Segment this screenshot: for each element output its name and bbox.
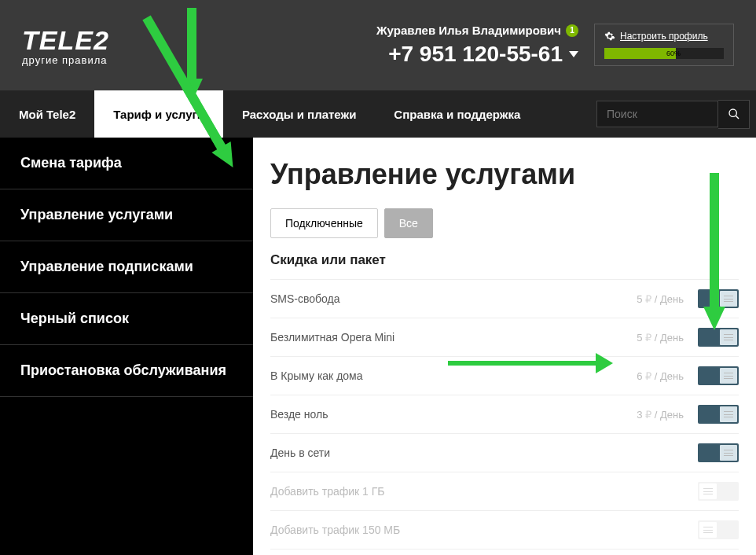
nav: Мой Tele2 Тариф и услуги Расходы и плате… — [0, 90, 756, 138]
profile-box: Настроить профиль 60% — [594, 24, 734, 66]
service-price: 3 ₽ / День — [621, 409, 684, 421]
profile-link-text: Настроить профиль — [620, 31, 708, 42]
profile-progress-fill — [604, 48, 676, 59]
svg-line-1 — [736, 116, 739, 119]
service-row: Добавить трафик 1 ГБ — [270, 472, 739, 510]
nav-support[interactable]: Справка и поддержка — [375, 90, 539, 138]
filter-row: Подключенные Все — [270, 208, 739, 238]
section-heading: Скидка или пакет — [270, 252, 739, 268]
notification-badge[interactable]: 1 — [566, 24, 578, 37]
service-name[interactable]: SMS-свобода — [270, 292, 621, 305]
search-input[interactable] — [596, 101, 718, 127]
filter-connected-button[interactable]: Подключенные — [270, 208, 378, 238]
profile-settings-link[interactable]: Настроить профиль — [604, 31, 724, 42]
annotation-arrow-4 — [448, 361, 597, 366]
page-title: Управление услугами — [270, 158, 739, 191]
service-row: Везде ноль3 ₽ / День — [270, 395, 739, 433]
sidebar-item-blacklist[interactable]: Черный список — [0, 293, 253, 345]
search-button[interactable] — [718, 100, 750, 129]
service-row: День в сети — [270, 433, 739, 472]
annotation-arrow-3 — [703, 307, 725, 330]
sidebar-item-subscriptions[interactable]: Управление подписками — [0, 241, 253, 293]
service-price: 6 ₽ / День — [621, 370, 684, 382]
service-row: Безлимитная Opera Mini5 ₽ / День — [270, 318, 739, 356]
gear-icon — [604, 31, 615, 42]
service-toggle[interactable] — [698, 443, 739, 462]
service-name[interactable]: В Крыму как дома — [270, 369, 621, 382]
service-list: SMS-свобода5 ₽ / ДеньБезлимитная Opera M… — [270, 279, 739, 549]
sidebar-item-suspend[interactable]: Приостановка обслуживания — [0, 345, 253, 397]
service-name[interactable]: Везде ноль — [270, 408, 621, 421]
service-row: Добавить трафик 150 МБ — [270, 510, 739, 549]
nav-search — [596, 90, 756, 138]
user-name: Журавлев Илья Владимирович 1 — [376, 24, 578, 37]
service-toggle — [698, 520, 739, 539]
profile-progress-label: 60% — [666, 48, 681, 59]
user-phone-text: +7 951 120-55-61 — [388, 42, 563, 67]
service-name[interactable]: Добавить трафик 150 МБ — [270, 524, 621, 536]
service-name[interactable]: Безлимитная Opera Mini — [270, 331, 621, 344]
service-row: SMS-свобода5 ₽ / День — [270, 279, 739, 318]
nav-expenses[interactable]: Расходы и платежи — [223, 90, 375, 138]
filter-all-button[interactable]: Все — [384, 208, 433, 238]
user-block: Журавлев Илья Владимирович 1 +7 951 120-… — [376, 24, 578, 67]
svg-point-0 — [729, 109, 736, 116]
service-toggle[interactable] — [698, 366, 739, 385]
logo[interactable]: TELE2 другие правила — [22, 25, 109, 66]
search-icon — [728, 108, 740, 120]
profile-progress-bar: 60% — [604, 48, 724, 59]
service-toggle — [698, 482, 739, 501]
service-price: 5 ₽ / День — [621, 293, 684, 305]
nav-my-tele2[interactable]: Мой Tele2 — [0, 90, 94, 138]
phone-selector[interactable]: +7 951 120-55-61 — [376, 42, 578, 67]
main-content: Управление услугами Подключенные Все Ски… — [253, 138, 756, 555]
service-name[interactable]: Добавить трафик 1 ГБ — [270, 485, 621, 498]
user-name-text: Журавлев Илья Владимирович — [376, 24, 561, 37]
sidebar-item-service-management[interactable]: Управление услугами — [0, 189, 253, 241]
chevron-down-icon — [569, 51, 578, 57]
logo-main: TELE2 — [22, 25, 109, 56]
sidebar: Смена тарифа Управление услугами Управле… — [0, 138, 253, 555]
service-toggle[interactable] — [698, 328, 739, 347]
logo-sub: другие правила — [22, 54, 109, 66]
service-name[interactable]: День в сети — [270, 447, 621, 459]
header: TELE2 другие правила Журавлев Илья Влади… — [0, 0, 756, 90]
service-price: 5 ₽ / День — [621, 332, 684, 344]
service-toggle[interactable] — [698, 405, 739, 424]
